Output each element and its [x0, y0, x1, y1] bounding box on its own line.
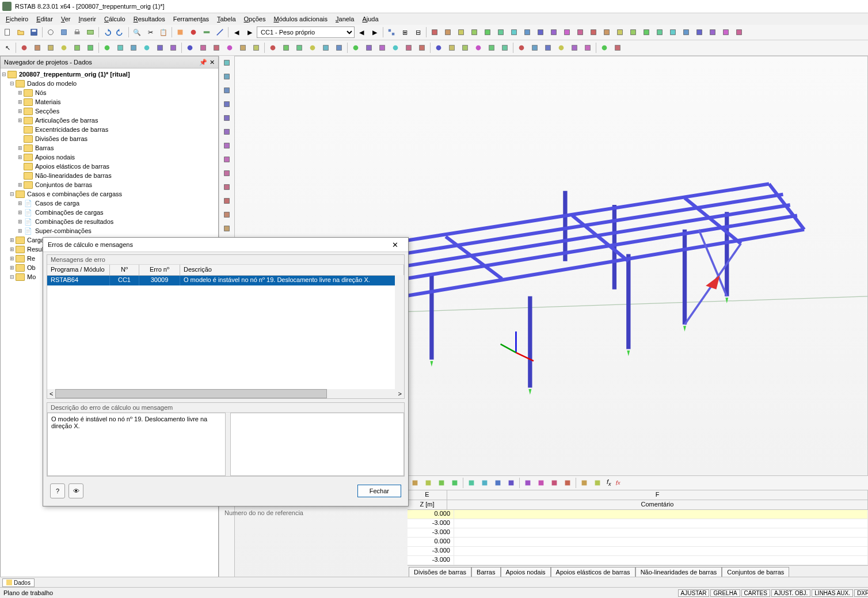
- tool-icon[interactable]: [154, 41, 166, 54]
- tool-icon[interactable]: [267, 41, 279, 54]
- tool-icon[interactable]: [611, 41, 624, 54]
- tool-icon[interactable]: [680, 26, 692, 39]
- scrollbar[interactable]: [395, 275, 404, 389]
- menu-results[interactable]: Resultados: [130, 14, 169, 24]
- tool-icon[interactable]: [127, 41, 140, 54]
- tool-icon[interactable]: ⊞: [398, 26, 411, 39]
- tool-icon[interactable]: [733, 26, 745, 39]
- tool-icon[interactable]: [58, 41, 70, 54]
- table-tab[interactable]: Conjuntos de barras: [722, 567, 789, 577]
- tool-icon[interactable]: [534, 26, 547, 39]
- tool-icon[interactable]: [101, 41, 113, 54]
- vtool-icon[interactable]: [220, 222, 234, 235]
- close-icon[interactable]: ✕: [210, 59, 215, 66]
- vtool-icon[interactable]: [220, 70, 234, 83]
- tool-icon[interactable]: [494, 26, 507, 39]
- vtool-icon[interactable]: [220, 112, 234, 124]
- menu-window[interactable]: Janela: [332, 14, 357, 24]
- tool-icon[interactable]: [568, 41, 581, 54]
- tool-icon[interactable]: [693, 26, 706, 39]
- tool-icon[interactable]: [441, 26, 454, 39]
- tool-icon[interactable]: [210, 41, 223, 54]
- tool-icon[interactable]: [250, 41, 262, 54]
- tool-icon[interactable]: [614, 26, 626, 39]
- tool-icon[interactable]: [574, 26, 587, 39]
- new-icon[interactable]: [1, 26, 14, 39]
- vtool-icon[interactable]: [220, 153, 234, 166]
- tool-icon[interactable]: [416, 41, 428, 54]
- tool-icon[interactable]: [84, 26, 97, 39]
- table-tab[interactable]: Apoios nodais: [501, 567, 551, 577]
- vtool-icon[interactable]: [220, 56, 234, 69]
- tool-icon[interactable]: [468, 26, 481, 39]
- dialog-close-icon[interactable]: ✕: [386, 239, 403, 250]
- loadcase-combo[interactable]: CC1 - Peso próprio: [257, 26, 355, 38]
- vtool-icon[interactable]: [220, 208, 234, 221]
- tool-icon[interactable]: [498, 41, 511, 54]
- tool-icon[interactable]: [627, 26, 639, 39]
- table-tool-icon[interactable]: [535, 477, 547, 489]
- table-tab[interactable]: Barras: [471, 567, 500, 577]
- tool-icon[interactable]: [581, 41, 594, 54]
- tool-icon[interactable]: [446, 41, 458, 54]
- table-tool-icon[interactable]: [578, 477, 591, 489]
- fx-clear-icon[interactable]: fx: [612, 477, 625, 489]
- tool-icon[interactable]: [167, 41, 180, 54]
- tool-icon[interactable]: [547, 26, 560, 39]
- tool-icon[interactable]: [197, 41, 210, 54]
- h-scrollbar[interactable]: <>: [47, 389, 404, 398]
- pin-icon[interactable]: 📌: [199, 59, 207, 66]
- tool-icon[interactable]: [428, 26, 441, 39]
- tool-icon[interactable]: [719, 26, 732, 39]
- open-icon[interactable]: [14, 26, 27, 39]
- tool-icon[interactable]: [587, 26, 600, 39]
- tool-icon[interactable]: [542, 41, 554, 54]
- undo-icon[interactable]: [101, 26, 113, 39]
- tool-icon[interactable]: [515, 41, 528, 54]
- table-tool-icon[interactable]: [435, 477, 448, 489]
- menu-addon[interactable]: Módulos adicionais: [270, 14, 331, 24]
- tool-icon[interactable]: [555, 41, 568, 54]
- tool-icon[interactable]: [18, 41, 31, 54]
- tool-icon[interactable]: [187, 26, 200, 39]
- vtool-icon[interactable]: [220, 98, 234, 111]
- table-tool-icon[interactable]: [465, 477, 478, 489]
- tool-icon[interactable]: [432, 41, 445, 54]
- tool-icon[interactable]: [214, 26, 226, 39]
- status-seg[interactable]: GRELHA: [710, 589, 740, 597]
- tool-icon[interactable]: [58, 26, 70, 39]
- tool-icon[interactable]: [385, 26, 398, 39]
- menu-table[interactable]: Tabela: [214, 14, 239, 24]
- tool-icon[interactable]: [653, 26, 666, 39]
- tool-icon[interactable]: [485, 41, 498, 54]
- tool-icon[interactable]: [174, 26, 186, 39]
- tool-icon[interactable]: [481, 26, 494, 39]
- tool-icon[interactable]: [598, 41, 611, 54]
- table-tab[interactable]: Apoios elásticos de barras: [551, 567, 635, 577]
- menu-tools[interactable]: Ferramentas: [170, 14, 212, 24]
- table-tool-icon[interactable]: [548, 477, 561, 489]
- tool-icon[interactable]: [306, 41, 319, 54]
- status-seg[interactable]: AJUSTAR: [678, 589, 710, 597]
- tool-icon[interactable]: [31, 41, 44, 54]
- tool-icon[interactable]: ▶: [243, 26, 256, 39]
- tool-icon[interactable]: [223, 41, 236, 54]
- tool-icon[interactable]: [44, 26, 57, 39]
- tool-icon[interactable]: [528, 41, 541, 54]
- tool-icon[interactable]: [44, 41, 57, 54]
- tool-icon[interactable]: [667, 26, 679, 39]
- tool-icon[interactable]: [376, 41, 389, 54]
- tool-icon[interactable]: [184, 41, 196, 54]
- menu-calc[interactable]: Cálculo: [101, 14, 129, 24]
- tool-icon[interactable]: [455, 26, 467, 39]
- help-icon[interactable]: ?: [50, 483, 65, 498]
- tool-icon[interactable]: [280, 41, 292, 54]
- tool-icon[interactable]: [706, 26, 719, 39]
- tool-icon[interactable]: [200, 26, 213, 39]
- tool-icon[interactable]: 📋: [157, 26, 170, 39]
- status-seg[interactable]: AJUST. OBJ.: [771, 589, 810, 597]
- tool-icon[interactable]: [293, 41, 306, 54]
- status-seg[interactable]: LINHAS AUX.: [812, 589, 853, 597]
- tool-icon[interactable]: [600, 26, 613, 39]
- tool-icon[interactable]: [349, 41, 362, 54]
